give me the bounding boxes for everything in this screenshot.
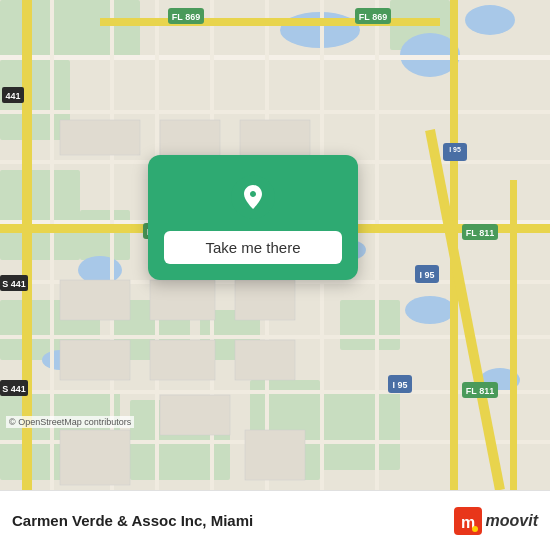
svg-rect-13 [320, 390, 400, 470]
map-attribution: © OpenStreetMap contributors [6, 416, 134, 428]
svg-point-20 [405, 296, 455, 324]
svg-rect-70 [60, 120, 140, 155]
bottom-info-bar: Carmen Verde & Assoc Inc, Miami m moovit [0, 490, 550, 550]
svg-rect-45 [510, 180, 517, 490]
svg-rect-26 [0, 110, 550, 114]
svg-point-85 [472, 526, 478, 532]
moovit-label: moovit [486, 512, 538, 530]
svg-rect-77 [150, 340, 215, 380]
svg-text:I 95: I 95 [449, 146, 461, 153]
svg-rect-81 [60, 430, 130, 485]
svg-rect-72 [240, 120, 310, 155]
svg-text:I 95: I 95 [419, 270, 434, 280]
svg-rect-39 [375, 0, 379, 490]
svg-rect-79 [160, 395, 230, 435]
svg-rect-76 [60, 340, 130, 380]
svg-rect-74 [150, 280, 215, 320]
svg-text:S 441: S 441 [2, 279, 26, 289]
svg-rect-5 [80, 210, 130, 260]
svg-rect-12 [340, 300, 400, 350]
svg-text:FL 869: FL 869 [172, 12, 200, 22]
moovit-icon: m [454, 507, 482, 535]
svg-rect-75 [235, 280, 295, 320]
svg-rect-4 [0, 170, 80, 260]
svg-point-16 [465, 5, 515, 35]
svg-rect-25 [0, 55, 550, 60]
svg-rect-1 [0, 0, 140, 60]
location-name: Carmen Verde & Assoc Inc, Miami [12, 512, 454, 529]
svg-text:FL 869: FL 869 [359, 12, 387, 22]
svg-text:441: 441 [5, 91, 20, 101]
take-me-there-button[interactable]: Take me there [164, 231, 342, 264]
svg-text:I 95: I 95 [392, 380, 407, 390]
svg-rect-71 [160, 120, 220, 155]
svg-text:FL 811: FL 811 [466, 386, 494, 396]
moovit-logo: m moovit [454, 507, 538, 535]
svg-rect-78 [235, 340, 295, 380]
svg-text:FL 811: FL 811 [466, 228, 494, 238]
location-pin-icon [231, 175, 275, 219]
svg-rect-73 [60, 280, 130, 320]
svg-text:S 441: S 441 [2, 384, 26, 394]
map-area[interactable]: FL 869 FL 869 FL 834 FL 834 441 S 441 S … [0, 0, 550, 490]
svg-rect-80 [245, 430, 305, 480]
action-card: Take me there [148, 155, 358, 280]
